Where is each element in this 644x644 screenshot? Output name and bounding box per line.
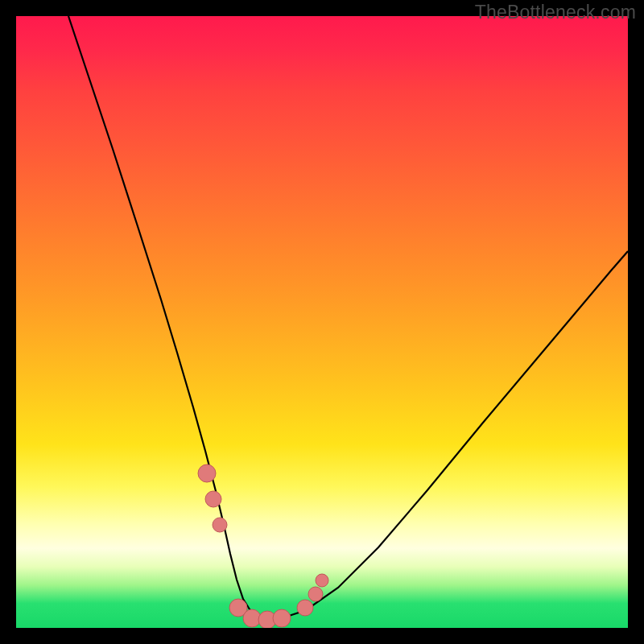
marker-group xyxy=(198,464,328,628)
curve-marker xyxy=(205,491,221,507)
curve-svg xyxy=(16,16,628,628)
curve-marker xyxy=(198,464,216,482)
curve-marker xyxy=(297,600,313,616)
plot-area xyxy=(16,16,628,628)
bottleneck-curve xyxy=(68,16,628,618)
watermark-text: TheBottleneck.com xyxy=(475,2,636,23)
curve-marker xyxy=(308,587,323,601)
curve-marker xyxy=(213,518,227,532)
curve-marker xyxy=(316,574,328,587)
chart-frame: TheBottleneck.com xyxy=(0,0,644,644)
curve-marker xyxy=(273,609,291,627)
